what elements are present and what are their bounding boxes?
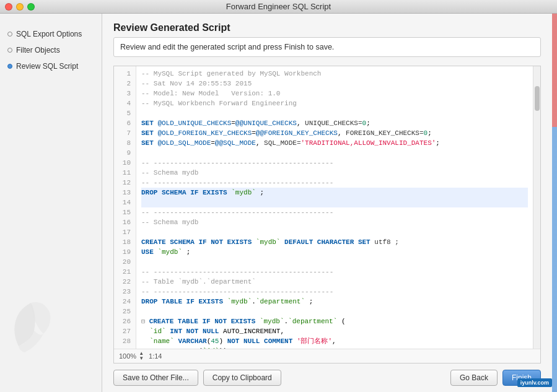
code-line-24: DROP TABLE IF EXISTS `mydb`.`department`… bbox=[141, 297, 528, 307]
window-title: Forward Engineer SQL Script bbox=[226, 2, 331, 11]
code-line-8: SET @OLD_SQL_MODE=@@SQL_MODE, SQL_MODE='… bbox=[141, 138, 528, 148]
sidebar-watermark bbox=[6, 297, 56, 361]
code-line-19: USE `mydb` ; bbox=[141, 247, 528, 257]
sidebar-dot-filter-objects bbox=[7, 48, 12, 53]
code-line-28: `name` VARCHAR(45) NOT NULL COMMENT '部门名… bbox=[141, 336, 528, 346]
code-line-12: -- -------------------------------------… bbox=[141, 178, 528, 188]
minimize-button[interactable] bbox=[16, 3, 24, 11]
sidebar-item-sql-export[interactable]: SQL Export Options bbox=[0, 26, 102, 42]
code-line-10: -- -------------------------------------… bbox=[141, 158, 528, 168]
code-text-area[interactable]: -- MySQL Script generated by MySQL Workb… bbox=[136, 66, 533, 349]
bottom-left-buttons: Save to Other File... Copy to Clipboard bbox=[113, 370, 281, 386]
go-back-button[interactable]: Go Back bbox=[450, 370, 498, 386]
code-content: 12345 678910 1112131415 1617181920 21222… bbox=[114, 66, 540, 349]
code-line-26: ⊟ CREATE TABLE IF NOT EXISTS `mydb`.`dep… bbox=[141, 316, 528, 326]
code-line-20 bbox=[141, 257, 528, 267]
code-line-27: `id` INT NOT NULL AUTO_INCREMENT, bbox=[141, 326, 528, 336]
code-line-14 bbox=[141, 198, 528, 207]
code-line-5 bbox=[141, 108, 528, 118]
sidebar-dot-sql-export bbox=[7, 32, 12, 37]
code-line-4: -- MySQL Workbench Forward Engineering bbox=[141, 98, 528, 108]
panel-header: Review Generated Script Review and edit … bbox=[102, 14, 552, 66]
code-line-17 bbox=[141, 227, 528, 237]
code-line-22: -- Table `mydb`.`department` bbox=[141, 277, 528, 287]
right-panel: Review Generated Script Review and edit … bbox=[102, 14, 552, 392]
copy-to-clipboard-button[interactable]: Copy to Clipboard bbox=[203, 370, 281, 386]
code-line-21: -- -------------------------------------… bbox=[141, 267, 528, 277]
code-line-9 bbox=[141, 148, 528, 158]
code-line-3: -- Model: New Model Version: 1.0 bbox=[141, 89, 528, 98]
close-button[interactable] bbox=[5, 3, 12, 11]
maximize-button[interactable] bbox=[27, 3, 35, 11]
zoom-control[interactable]: 100% ▲ ▼ bbox=[119, 351, 144, 361]
bottom-bar: Save to Other File... Copy to Clipboard … bbox=[102, 364, 552, 392]
panel-title: Review Generated Script bbox=[113, 22, 541, 33]
sidebar-dot-review-sql bbox=[7, 64, 12, 69]
scrollbar-track[interactable] bbox=[533, 66, 540, 349]
right-accent-bar bbox=[552, 14, 557, 392]
code-line-23: -- -------------------------------------… bbox=[141, 287, 528, 297]
line-numbers: 12345 678910 1112131415 1617181920 21222… bbox=[114, 66, 136, 349]
zoom-label: 100% bbox=[119, 352, 136, 360]
code-line-2: -- Sat Nov 14 20:55:53 2015 bbox=[141, 79, 528, 89]
bottom-logo: iyunlv.com bbox=[517, 378, 552, 387]
code-line-18: CREATE SCHEMA IF NOT EXISTS `mydb` DEFAU… bbox=[141, 237, 528, 247]
save-to-file-button[interactable]: Save to Other File... bbox=[113, 370, 198, 386]
code-line-15: -- -------------------------------------… bbox=[141, 207, 528, 217]
code-line-13: DROP SCHEMA IF EXISTS `mydb` ; bbox=[141, 188, 528, 198]
code-line-16: -- Schema mydb bbox=[141, 217, 528, 227]
code-footer: 100% ▲ ▼ 1:14 bbox=[114, 349, 540, 363]
title-bar: Forward Engineer SQL Script bbox=[0, 0, 557, 14]
code-editor[interactable]: 12345 678910 1112131415 1617181920 21222… bbox=[113, 66, 541, 364]
sidebar-item-label-filter-objects: Filter Objects bbox=[16, 46, 60, 54]
main-content: SQL Export Options Filter Objects Review… bbox=[0, 14, 557, 392]
zoom-arrows[interactable]: ▲ ▼ bbox=[139, 351, 144, 361]
code-line-11: -- Schema mydb bbox=[141, 168, 528, 178]
code-line-1: -- MySQL Script generated by MySQL Workb… bbox=[141, 69, 528, 79]
sidebar: SQL Export Options Filter Objects Review… bbox=[0, 14, 102, 392]
code-line-25 bbox=[141, 307, 528, 316]
scrollbar-thumb[interactable] bbox=[535, 86, 540, 111]
panel-subtitle: Review and edit the generated script and… bbox=[113, 37, 541, 57]
window-controls[interactable] bbox=[5, 3, 35, 11]
sidebar-item-label-sql-export: SQL Export Options bbox=[16, 30, 82, 38]
sidebar-item-review-sql[interactable]: Review SQL Script bbox=[0, 58, 102, 74]
sidebar-item-filter-objects[interactable]: Filter Objects bbox=[0, 42, 102, 58]
code-line-7: SET @OLD_FOREIGN_KEY_CHECKS=@@FOREIGN_KE… bbox=[141, 128, 528, 138]
code-line-6: SET @OLD_UNIQUE_CHECKS=@@UNIQUE_CHECKS, … bbox=[141, 118, 528, 128]
sidebar-item-label-review-sql: Review SQL Script bbox=[16, 62, 78, 71]
cursor-position: 1:14 bbox=[149, 352, 162, 360]
